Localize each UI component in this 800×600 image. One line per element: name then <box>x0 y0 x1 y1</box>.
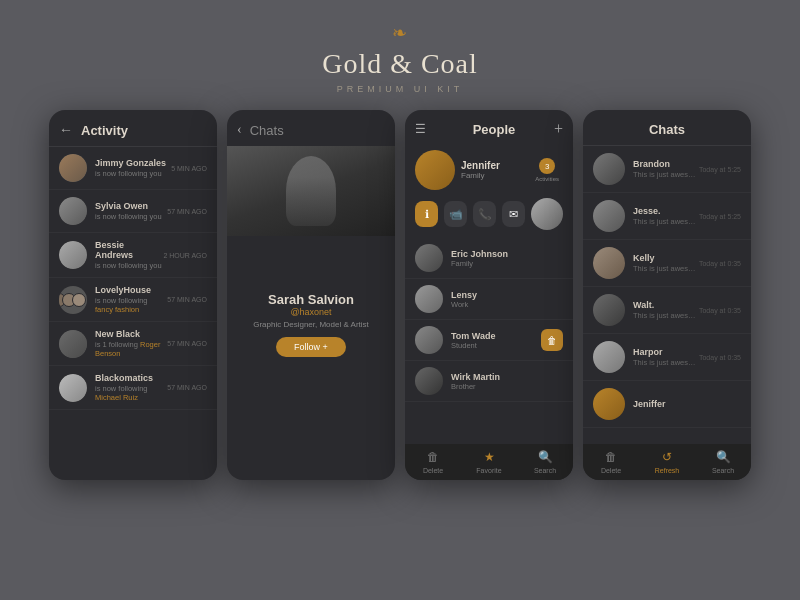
contact-name: Tom Wade <box>451 331 541 341</box>
nav-delete[interactable]: 🗑 Delete <box>583 450 639 474</box>
chat-message: This is just awesome, you should che... <box>633 358 699 367</box>
chat-message: This is just awesome, you should che... <box>633 217 699 226</box>
app-title: Gold & Coal <box>322 48 478 80</box>
list-item[interactable]: Eric Johnson Family <box>405 238 573 279</box>
search-label: Search <box>712 467 734 474</box>
message-button[interactable]: ✉ <box>502 201 525 227</box>
activity-time: 2 HOUR AGO <box>163 252 207 259</box>
avatar <box>593 200 625 232</box>
list-item[interactable]: Walt. This is just awesome, you should c… <box>583 287 751 334</box>
list-item[interactable]: Blackomatics is now following Michael Ru… <box>49 366 217 410</box>
chat-time: Today at 0:35 <box>699 260 741 267</box>
info-button[interactable]: ℹ <box>415 201 438 227</box>
phone-chats: Chats Brandon This is just awesome, you … <box>583 110 751 480</box>
menu-icon[interactable]: ☰ <box>415 122 426 137</box>
list-item[interactable]: Lensy Work <box>405 279 573 320</box>
avatar <box>59 197 87 225</box>
contact-name: New Black <box>95 329 167 339</box>
back-arrow-icon[interactable]: ← <box>59 122 73 138</box>
chats-header: Chats <box>583 110 751 146</box>
list-item[interactable]: Wirk Martin Brother <box>405 361 573 402</box>
delete-button[interactable]: 🗑 <box>541 329 563 351</box>
contact-name: Bessie Andrews <box>95 240 163 260</box>
list-item[interactable]: Sylvia Owen is now following you 57 MIN … <box>49 190 217 233</box>
activity-header: ← Activity <box>49 110 217 147</box>
avatar <box>415 244 443 272</box>
contact-name: Harpor <box>633 347 699 357</box>
app-header: ❧ Gold & Coal PREMIUM UI KIT <box>322 0 478 110</box>
featured-contact[interactable]: Jennifer Family 3 Activities <box>405 146 573 198</box>
contact-name: Brandon <box>633 159 699 169</box>
nav-delete[interactable]: 🗑 Delete <box>405 450 461 474</box>
refresh-icon: ↺ <box>662 450 672 465</box>
follow-button[interactable]: Follow + <box>276 337 346 357</box>
contact-name: Blackomatics <box>95 373 167 383</box>
list-item[interactable]: LovelyHouse is now following fancy fashi… <box>49 278 217 322</box>
activity-description: is now following you <box>95 169 171 178</box>
bottom-navigation: 🗑 Delete ★ Favorite 🔍 Search <box>405 444 573 480</box>
nav-search[interactable]: 🔍 Search <box>517 450 573 474</box>
nav-favorite[interactable]: ★ Favorite <box>461 450 517 474</box>
profile-description: Graphic Designer, Model & Artist <box>253 320 369 329</box>
nav-search[interactable]: 🔍 Search <box>695 450 751 474</box>
contact-name: Jesse. <box>633 206 699 216</box>
list-item[interactable]: Jeniffer <box>583 381 751 428</box>
call-button[interactable]: 📞 <box>473 201 496 227</box>
chat-time: Today at 0:35 <box>699 354 741 361</box>
chat-time: Today at 5:25 <box>699 166 741 173</box>
profile-header: ‹ Chats <box>227 110 395 146</box>
add-icon[interactable]: + <box>554 120 563 138</box>
contact-subtitle: Family <box>451 259 563 268</box>
search-icon: 🔍 <box>538 450 553 465</box>
badge-label: Activities <box>535 176 559 182</box>
list-item[interactable]: Kelly This is just awesome, you should c… <box>583 240 751 287</box>
profile-name: Sarah Salvion <box>268 292 354 307</box>
app-subtitle: PREMIUM UI KIT <box>322 84 478 94</box>
contact-name: Jimmy Gonzales <box>95 158 171 168</box>
activity-description: is now following Michael Ruiz <box>95 384 167 402</box>
avatar <box>593 153 625 185</box>
delete-icon: 🗑 <box>605 450 617 465</box>
search-icon: 🔍 <box>716 450 731 465</box>
side-avatar <box>531 198 563 230</box>
phones-container: ← Activity Jimmy Gonzales is now followi… <box>29 110 771 480</box>
activity-time: 57 MIN AGO <box>167 208 207 215</box>
avatar <box>593 388 625 420</box>
delete-icon: 🗑 <box>427 450 439 465</box>
back-icon[interactable]: ‹ <box>237 122 242 138</box>
activity-description: is now following you <box>95 212 167 221</box>
list-item[interactable]: Tom Wade Student 🗑 <box>405 320 573 361</box>
favorite-icon: ★ <box>484 450 495 465</box>
chat-time: Today at 5:25 <box>699 213 741 220</box>
nav-refresh[interactable]: ↺ Refresh <box>639 450 695 474</box>
activity-time: 57 MIN AGO <box>167 384 207 391</box>
avatar <box>59 241 87 269</box>
activity-time: 57 MIN AGO <box>167 296 207 303</box>
featured-name: Jennifer <box>461 160 529 171</box>
list-item[interactable]: New Black is 1 following Roger Benson 57… <box>49 322 217 366</box>
phone-activity: ← Activity Jimmy Gonzales is now followi… <box>49 110 217 480</box>
search-label: Search <box>534 467 556 474</box>
activity-description: is now following you <box>95 261 163 270</box>
people-header: ☰ People + <box>405 110 573 146</box>
list-item[interactable]: Brandon This is just awesome, you should… <box>583 146 751 193</box>
contact-name: Lensy <box>451 290 563 300</box>
delete-label: Delete <box>423 467 443 474</box>
contact-name: Sylvia Owen <box>95 201 167 211</box>
action-buttons: ℹ 📹 📞 ✉ <box>405 198 573 238</box>
list-item[interactable]: Harpor This is just awesome, you should … <box>583 334 751 381</box>
contact-name: LovelyHouse <box>95 285 167 295</box>
avatar <box>593 247 625 279</box>
activity-description: is 1 following Roger Benson <box>95 340 167 358</box>
chat-message: This is just awesome, you should che... <box>633 264 699 273</box>
activity-time: 57 MIN AGO <box>167 340 207 347</box>
list-item[interactable]: Bessie Andrews is now following you 2 HO… <box>49 233 217 278</box>
contact-subtitle: Student <box>451 341 541 350</box>
favorite-label: Favorite <box>476 467 501 474</box>
refresh-label: Refresh <box>655 467 680 474</box>
list-item[interactable]: Jesse. This is just awesome, you should … <box>583 193 751 240</box>
contact-subtitle: Work <box>451 300 563 309</box>
video-button[interactable]: 📹 <box>444 201 467 227</box>
profile-handle: @haxonet <box>290 307 331 317</box>
list-item[interactable]: Jimmy Gonzales is now following you 5 MI… <box>49 147 217 190</box>
